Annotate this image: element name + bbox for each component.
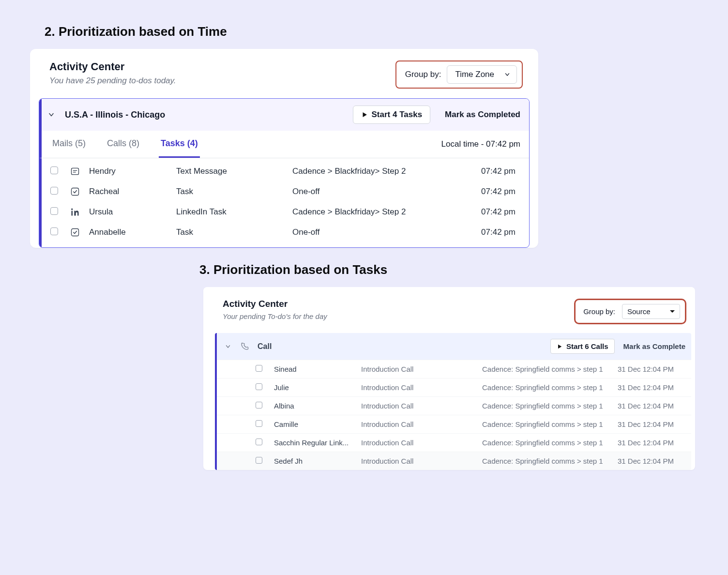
row-type: Task: [176, 187, 292, 197]
group-panel: Call Start 6 Calls Mark as Complete Sine…: [215, 333, 691, 470]
row-datetime: 31 Dec 12:04 PM: [618, 365, 685, 373]
group-by-label: Group by:: [583, 307, 615, 316]
group-by-box: Group by: Source: [574, 299, 686, 324]
tab-mails[interactable]: Mails (5): [50, 131, 88, 158]
chevron-down-icon: [504, 71, 511, 78]
group-by-value: Source: [627, 307, 651, 316]
activity-center-card-tasks: Activity Center Your pending To-do's for…: [203, 287, 695, 470]
row-datetime: 31 Dec 12:04 PM: [618, 439, 685, 447]
check-icon: [70, 227, 80, 238]
activity-center-subtitle: You have 25 pending to-dos today.: [49, 76, 176, 86]
call-row: Sacchin Regular Link...Introduction Call…: [217, 433, 691, 452]
call-row: Sedef JhIntroduction CallCadence: Spring…: [217, 452, 691, 470]
call-row: CamilleIntroduction CallCadence: Springf…: [217, 415, 691, 433]
row-type: LinkedIn Task: [176, 207, 292, 217]
row-checkbox[interactable]: [50, 166, 70, 177]
local-time: Local time - 07:42 pm: [441, 139, 520, 149]
row-cadence: Cadence: Springfield comms > step 1: [482, 420, 618, 428]
region-panel: U.S.A - Illinois - Chicago Start 4 Tasks…: [39, 98, 530, 248]
row-checkbox[interactable]: [50, 187, 70, 197]
row-type: Introduction Call: [361, 420, 482, 428]
group-by-select[interactable]: Time Zone: [447, 65, 517, 84]
row-time: 07:42 pm: [452, 207, 520, 217]
row-checkbox[interactable]: [256, 439, 274, 447]
row-name: Albina: [274, 402, 361, 410]
play-icon: [557, 344, 562, 349]
activity-center-title: Activity Center: [49, 61, 176, 73]
start-tasks-button[interactable]: Start 4 Tasks: [353, 106, 431, 124]
group-label: Call: [258, 342, 272, 351]
group-by-box: Group by: Time Zone: [395, 61, 523, 89]
task-row: UrsulaLinkedIn TaskCadence > Blackfriday…: [42, 202, 529, 222]
row-cadence: Cadence > Blackfriday> Step 2: [292, 166, 452, 176]
call-list: SineadIntroduction CallCadence: Springfi…: [215, 360, 691, 470]
row-cadence: One-off: [292, 227, 452, 237]
task-row: HendryText MessageCadence > Blackfriday>…: [42, 161, 529, 182]
start-calls-button[interactable]: Start 6 Calls: [550, 339, 615, 354]
activity-center-subtitle: Your pending To-do's for the day: [223, 312, 327, 320]
row-name: Sedef Jh: [274, 457, 361, 465]
chevron-down-icon[interactable]: [225, 343, 231, 350]
group-by-label: Group by:: [405, 70, 441, 79]
svg-rect-6: [72, 229, 79, 236]
chevron-down-icon[interactable]: [47, 111, 55, 119]
row-name: Ursula: [89, 207, 176, 217]
row-name: Racheal: [89, 187, 176, 197]
linkedin-icon: [70, 207, 80, 217]
row-cadence: Cadence: Springfield comms > step 1: [482, 439, 618, 447]
row-type: Introduction Call: [361, 383, 482, 392]
row-cadence: Cadence: Springfield comms > step 1: [482, 457, 618, 465]
row-checkbox[interactable]: [256, 383, 274, 392]
row-checkbox[interactable]: [256, 420, 274, 428]
row-datetime: 31 Dec 12:04 PM: [618, 420, 685, 428]
group-by-select[interactable]: Source: [622, 304, 680, 319]
call-row: AlbinaIntroduction CallCadence: Springfi…: [217, 396, 691, 415]
row-name: Sinead: [274, 365, 361, 373]
row-time: 07:42 pm: [452, 227, 520, 237]
row-checkbox[interactable]: [50, 227, 70, 238]
caret-down-icon: [670, 309, 675, 314]
row-time: 07:42 pm: [452, 166, 520, 176]
row-time: 07:42 pm: [452, 187, 520, 197]
row-checkbox[interactable]: [50, 207, 70, 217]
row-name: Sacchin Regular Link...: [274, 439, 361, 447]
row-checkbox[interactable]: [256, 457, 274, 465]
mark-completed-button[interactable]: Mark as Completed: [445, 110, 520, 120]
row-name: Annabelle: [89, 227, 176, 237]
section-heading-time: 2. Prioritization based on Time: [45, 24, 728, 39]
row-cadence: Cadence: Springfield comms > step 1: [482, 365, 618, 373]
start-calls-label: Start 6 Calls: [566, 342, 608, 350]
start-tasks-label: Start 4 Tasks: [372, 110, 423, 120]
task-list: HendryText MessageCadence > Blackfriday>…: [39, 158, 529, 247]
row-checkbox[interactable]: [256, 402, 274, 410]
check-icon: [70, 186, 80, 197]
mark-complete-button[interactable]: Mark as Complete: [623, 342, 685, 350]
call-row: JulieIntroduction CallCadence: Springfie…: [217, 378, 691, 396]
task-row: RachealTaskOne-off07:42 pm: [42, 182, 529, 202]
activity-center-title: Activity Center: [223, 299, 327, 309]
tab-calls[interactable]: Calls (8): [105, 131, 141, 158]
activity-center-card-time: Activity Center You have 25 pending to-d…: [30, 49, 538, 248]
row-type: Introduction Call: [361, 402, 482, 410]
phone-icon: [240, 342, 249, 351]
row-type: Introduction Call: [361, 439, 482, 447]
row-datetime: 31 Dec 12:04 PM: [618, 383, 685, 392]
row-name: Julie: [274, 383, 361, 392]
row-type: Text Message: [176, 166, 292, 176]
row-cadence: One-off: [292, 187, 452, 197]
task-row: AnnabelleTaskOne-off07:42 pm: [42, 222, 529, 242]
row-cadence: Cadence > Blackfriday> Step 2: [292, 207, 452, 217]
row-name: Camille: [274, 420, 361, 428]
section-heading-tasks: 3. Prioritization based on Tasks: [199, 262, 728, 277]
tab-tasks[interactable]: Tasks (4): [159, 131, 200, 158]
call-row: SineadIntroduction CallCadence: Springfi…: [217, 360, 691, 378]
svg-rect-0: [72, 168, 79, 174]
row-datetime: 31 Dec 12:04 PM: [618, 402, 685, 410]
row-type: Task: [176, 227, 292, 237]
row-cadence: Cadence: Springfield comms > step 1: [482, 383, 618, 392]
region-name: U.S.A - Illinois - Chicago: [65, 110, 165, 120]
row-datetime: 31 Dec 12:04 PM: [618, 457, 685, 465]
row-checkbox[interactable]: [256, 365, 274, 373]
svg-rect-3: [72, 188, 79, 196]
svg-point-5: [71, 209, 73, 210]
